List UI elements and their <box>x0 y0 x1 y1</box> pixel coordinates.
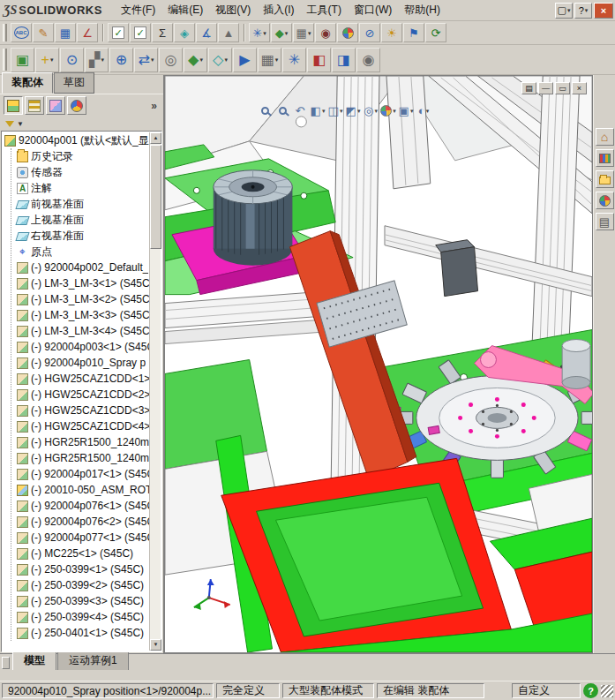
configurationmanager-tab[interactable] <box>46 96 65 115</box>
tree-scrollbar[interactable]: ▲ ▼ <box>149 132 161 651</box>
tree-item[interactable]: (-) LM-3_LM-3<3> (S45C <box>15 307 149 323</box>
tree-item[interactable]: (-) 20010-050_ASM_ROT_ <box>15 482 149 498</box>
tree-item[interactable]: (-) 920004p017<1> (S45C <box>15 466 149 482</box>
tree-item[interactable]: (-) LM-3_LM-3<4> (S45C <box>15 323 149 339</box>
dimension-button[interactable]: ∠ <box>77 23 98 42</box>
graphics-viewport[interactable]: ↶◧▾◫▾◩▾◎▾▾▣▾◐▾ ▤ — ▭ × <box>164 75 593 653</box>
tree-root-item[interactable]: 920004p001 (默认<默认_显示状 <box>3 132 149 148</box>
rebuild-button[interactable]: ⟳ <box>425 23 446 42</box>
surface-tools-button[interactable]: ◈ <box>174 23 195 42</box>
measure-button[interactable]: ∡ <box>196 23 217 42</box>
selection-filter-edges-button[interactable]: ✓ <box>130 23 151 42</box>
scroll-up-button[interactable]: ▲ <box>150 132 161 144</box>
tree-item[interactable]: (-) HGW25CAZ1CDD<4> (S <box>15 418 149 434</box>
insert-components-button[interactable]: +▾ <box>35 48 59 72</box>
tree-item[interactable]: 右视基准面 <box>15 228 149 244</box>
new-motion-study-button[interactable]: ▶ <box>233 48 257 72</box>
edit-appearance-button[interactable] <box>337 23 358 42</box>
edit-appearance-button[interactable]: ▾ <box>380 102 396 118</box>
assembly-features-button[interactable]: ◆▾ <box>184 48 207 72</box>
tree-item[interactable]: 历史记录 <box>15 148 149 164</box>
tree-item[interactable]: (-) 250-0399<3> (S45C) <box>15 593 149 609</box>
featuremanager-tab[interactable] <box>4 96 23 115</box>
grid-system-button[interactable]: ▦ <box>55 23 76 42</box>
tree-item[interactable]: (-) 250-0399<4> (S45C) <box>15 609 149 625</box>
menu-item-2[interactable]: 视图(V) <box>209 0 257 20</box>
hide-show-items-button[interactable]: ◎▾ <box>363 102 379 118</box>
doc-minimize-button[interactable]: — <box>538 82 553 94</box>
tree-item[interactable]: (-) HGR25R1500_1240mm <box>15 450 149 466</box>
tab-assembly[interactable]: 装配体 <box>2 72 53 94</box>
mate-button[interactable]: ⊙ <box>60 48 84 72</box>
toolbar-grip[interactable] <box>3 49 7 71</box>
spell-check-button[interactable]: ABC <box>11 23 32 42</box>
menu-item-4[interactable]: 工具(T) <box>301 0 348 20</box>
tree-item[interactable]: (-) HGR25R1500_1240mm <box>15 434 149 450</box>
clearance-verification-button[interactable]: ◨ <box>332 48 356 72</box>
move-component-button[interactable]: ⇄▾ <box>134 48 158 72</box>
toolbar-grip[interactable] <box>3 24 7 41</box>
appearances-scenes-button[interactable] <box>596 192 614 209</box>
linear-component-pattern-button[interactable]: ▞▾ <box>85 48 109 72</box>
menu-item-6[interactable]: 帮助(H) <box>398 0 446 20</box>
tree-item[interactable]: (-) MC225<1> (S45C) <box>15 546 149 561</box>
help-button[interactable]: ?▾ <box>574 3 592 19</box>
screen-capture-button[interactable]: ◉ <box>315 23 336 42</box>
tree-item[interactable]: 传感器 <box>15 164 149 180</box>
tree-item[interactable]: (-) 920004p076<2> (S45C <box>15 514 149 530</box>
exploded-view-button[interactable]: ✳▾ <box>249 23 270 42</box>
menu-item-3[interactable]: 插入(I) <box>257 0 300 20</box>
sketch-entities-button[interactable]: ✎ <box>33 23 54 42</box>
tree-item[interactable]: 上视基准面 <box>15 212 149 228</box>
mass-properties-button[interactable]: ▲ <box>218 23 239 42</box>
panel-overflow-button[interactable]: » <box>148 100 160 112</box>
zoom-to-area-button[interactable] <box>274 102 290 118</box>
filter-dropdown[interactable]: ▼ <box>17 120 24 128</box>
doc-restore-button[interactable]: ▭ <box>555 82 570 94</box>
custom-properties-button[interactable] <box>596 213 614 230</box>
menu-item-5[interactable]: 窗口(W) <box>348 0 398 20</box>
interference-detection-button[interactable]: ◧ <box>307 48 331 72</box>
tree-item[interactable]: (-) 250-0401<1> (S45C) <box>15 625 149 641</box>
tree-item[interactable]: (-) 920004p077<1> (S45C <box>15 530 149 546</box>
hole-alignment-button[interactable]: ◉ <box>356 48 380 72</box>
tab-model[interactable]: 模型 <box>12 651 56 670</box>
design-library-button[interactable] <box>596 149 614 167</box>
bill-of-materials-button[interactable]: ▦▾ <box>258 48 281 72</box>
doc-menu-button[interactable]: ▤ <box>521 82 536 94</box>
tree-item[interactable]: 注解 <box>15 180 149 196</box>
tree-item[interactable]: (-) 920004p076<1> (S45C <box>15 498 149 514</box>
view-settings-button[interactable]: ◐▾ <box>416 102 431 118</box>
menu-item-1[interactable]: 编辑(E) <box>161 0 209 20</box>
graphics-area[interactable] <box>165 76 592 652</box>
section-view-button[interactable]: ⊘ <box>359 23 380 42</box>
close-window-button[interactable]: × <box>594 3 613 19</box>
quick-tips-help-button[interactable]: ? <box>583 683 598 698</box>
exploded-view-button[interactable]: ✳ <box>282 48 306 72</box>
tree-item[interactable]: (-) HGW25CAZ1CDD<2> (S <box>15 387 149 403</box>
scroll-thumb[interactable] <box>150 145 161 249</box>
reference-geometry-button[interactable]: ◇▾ <box>208 48 232 72</box>
tree-item[interactable]: (-) 250-0399<2> (S45C) <box>15 577 149 593</box>
apply-scene-button[interactable]: ▣▾ <box>398 102 414 118</box>
tree-item[interactable]: (-) HGW25CAZ1CDD<3> (S <box>15 403 149 418</box>
tree-item[interactable]: (-) 920004p010_Spray p <box>15 355 149 371</box>
tab-motion-study-1[interactable]: 运动算例1 <box>57 651 129 670</box>
tree-item[interactable]: 原点 <box>15 244 149 260</box>
section-view-button[interactable]: ◧▾ <box>310 102 326 118</box>
new-document-button[interactable]: ▢▾ <box>555 3 573 19</box>
equations-button[interactable]: Σ <box>152 23 173 42</box>
view-orientation-button[interactable]: ◫▾ <box>327 102 343 118</box>
propertymanager-tab[interactable] <box>25 96 44 115</box>
simulation-button[interactable]: ⚑ <box>403 23 424 42</box>
selection-filter-faces-button[interactable]: ✓ <box>108 23 129 42</box>
tree-item[interactable]: (-) 920004p003<1> (S45C <box>15 339 149 355</box>
display-style-button[interactable]: ◩▾ <box>345 102 361 118</box>
tab-sketch[interactable]: 草图 <box>54 72 94 94</box>
tree-item[interactable]: (-) 250-0399<1> (S45C) <box>15 561 149 577</box>
tables-button[interactable]: ▦▾ <box>293 23 314 42</box>
tree-item[interactable]: (-) 920004p002_Default_ <box>15 260 149 275</box>
scroll-down-button[interactable]: ▼ <box>150 639 161 651</box>
doc-close-button[interactable]: × <box>572 82 587 94</box>
displaymanager-tab[interactable] <box>67 96 86 115</box>
